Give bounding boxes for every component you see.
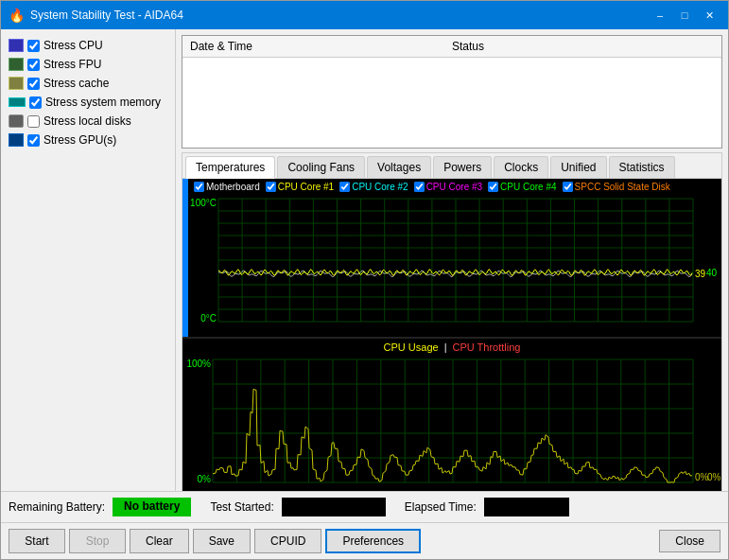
bottom-left-buttons: Start Stop Clear Save CPUID Preferences: [9, 529, 421, 553]
log-area: Date & Time Status: [182, 35, 722, 149]
tab-clocks[interactable]: Clocks: [494, 156, 548, 178]
legend-spcc-label: SPCC Solid State Disk: [575, 182, 670, 192]
save-button[interactable]: Save: [193, 529, 251, 553]
test-started-label: Test Started:: [210, 500, 273, 514]
legend-cpu-core-2-check[interactable]: [339, 182, 350, 192]
legend-cpu-core-1-check[interactable]: [266, 182, 276, 192]
charts-panel: Motherboard CPU Core #1 CPU Core #2: [182, 179, 721, 491]
stress-cache-checkbox[interactable]: [27, 78, 40, 90]
stop-button[interactable]: Stop: [69, 529, 126, 553]
tab-voltages[interactable]: Voltages: [367, 156, 431, 178]
status-bar: Remaining Battery: No battery Test Start…: [1, 491, 728, 522]
cpu-usage-label: CPU Usage: [384, 341, 439, 353]
clear-button[interactable]: Clear: [130, 529, 189, 553]
test-started-value: [282, 498, 386, 516]
legend-motherboard-label: Motherboard: [206, 182, 260, 192]
temp-legend-row: Motherboard CPU Core #1 CPU Core #2: [188, 179, 721, 195]
tab-cooling-fans[interactable]: Cooling Fans: [277, 156, 365, 178]
main-window: 🔥 System Stability Test - AIDA64 – □ ✕ S…: [0, 0, 729, 560]
stress-gpu-checkbox[interactable]: [27, 134, 40, 147]
stress-cache-label: Stress cache: [43, 77, 109, 90]
tab-unified[interactable]: Unified: [550, 156, 606, 178]
legend-motherboard: Motherboard: [194, 182, 260, 192]
log-header: Date & Time Status: [182, 36, 721, 58]
preferences-button[interactable]: Preferences: [325, 529, 421, 553]
disk-icon: [9, 114, 24, 128]
title-bar-left: 🔥 System Stability Test - AIDA64: [9, 8, 183, 23]
stress-memory-checkbox[interactable]: [29, 96, 42, 109]
stress-memory-item[interactable]: Stress system memory: [9, 94, 167, 111]
log-col-datetime: Date & Time: [190, 40, 452, 53]
close-button[interactable]: Close: [659, 530, 720, 552]
fpu-icon: [9, 58, 24, 71]
start-button[interactable]: Start: [9, 529, 65, 553]
cpu-legend-row: CPU Usage | CPU Throttling: [182, 339, 721, 356]
tab-bar: Temperatures Cooling Fans Voltages Power…: [182, 153, 721, 179]
stress-disk-checkbox[interactable]: [27, 115, 40, 128]
legend-cpu-core-4-label: CPU Core #4: [500, 182, 556, 192]
right-panel: Date & Time Status Temperatures Cooling …: [176, 29, 728, 491]
bottom-bar: Start Stop Clear Save CPUID Preferences …: [1, 522, 728, 559]
legend-cpu-core-4-check[interactable]: [488, 182, 498, 192]
temp-chart-section: Motherboard CPU Core #1 CPU Core #2: [182, 179, 721, 337]
remaining-battery-label: Remaining Battery:: [9, 500, 105, 514]
tab-powers[interactable]: Powers: [433, 156, 492, 178]
minimize-button[interactable]: –: [649, 6, 671, 25]
main-content: Stress CPU Stress FPU Stress cache Stres…: [1, 29, 728, 491]
title-bar-controls: – □ ✕: [649, 6, 720, 25]
temp-chart-canvas: [188, 195, 721, 337]
tab-temperatures[interactable]: Temperatures: [185, 156, 275, 179]
cpu-throttling-label: CPU Throttling: [453, 341, 521, 353]
stress-fpu-checkbox[interactable]: [27, 59, 40, 71]
elapsed-time-label: Elapsed Time:: [405, 500, 477, 514]
legend-cpu-core-1-label: CPU Core #1: [278, 182, 334, 192]
temp-chart-canvas-area: [188, 195, 721, 337]
cpu-separator: |: [444, 341, 447, 353]
cache-icon: [9, 77, 24, 90]
cpu-chart-canvas: [182, 356, 721, 491]
stress-disk-item[interactable]: Stress local disks: [9, 113, 167, 130]
cpu-chart-canvas-area: [182, 356, 721, 491]
legend-cpu-core-3-check[interactable]: [414, 182, 425, 192]
stress-options-panel: Stress CPU Stress FPU Stress cache Stres…: [1, 29, 176, 491]
stress-disk-label: Stress local disks: [43, 114, 131, 128]
title-bar: 🔥 System Stability Test - AIDA64 – □ ✕: [1, 1, 728, 29]
legend-motherboard-check[interactable]: [194, 182, 204, 192]
ram-icon: [9, 97, 26, 107]
stress-cpu-label: Stress CPU: [43, 39, 103, 52]
legend-cpu-core-3-label: CPU Core #3: [426, 182, 482, 192]
legend-spcc-check[interactable]: [563, 182, 573, 192]
stress-gpu-label: Stress GPU(s): [43, 133, 116, 147]
stress-gpu-item[interactable]: Stress GPU(s): [9, 131, 167, 149]
cpu-icon: [9, 39, 24, 52]
window-title: System Stability Test - AIDA64: [30, 9, 183, 22]
close-window-button[interactable]: ✕: [698, 6, 720, 25]
maximize-button[interactable]: □: [673, 6, 696, 25]
elapsed-time-value: [484, 498, 569, 516]
stress-cpu-item[interactable]: Stress CPU: [9, 37, 167, 54]
stress-fpu-label: Stress FPU: [43, 58, 101, 71]
stress-fpu-item[interactable]: Stress FPU: [9, 56, 167, 73]
gpu-icon: [9, 133, 24, 147]
legend-cpu-core-2-label: CPU Core #2: [352, 182, 408, 192]
cpuid-button[interactable]: CPUID: [254, 529, 321, 553]
temp-chart-inner: Motherboard CPU Core #1 CPU Core #2: [188, 179, 721, 337]
tabs-container: Temperatures Cooling Fans Voltages Power…: [182, 152, 722, 491]
log-col-status: Status: [452, 40, 714, 53]
stress-cache-item[interactable]: Stress cache: [9, 75, 167, 92]
legend-cpu-core-3: CPU Core #3: [414, 182, 482, 192]
legend-spcc-ssd: SPCC Solid State Disk: [563, 182, 670, 192]
tab-statistics[interactable]: Statistics: [609, 156, 675, 178]
log-body: [182, 58, 721, 148]
legend-cpu-core-4: CPU Core #4: [488, 182, 556, 192]
remaining-battery-value: No battery: [113, 498, 191, 516]
legend-cpu-core-1: CPU Core #1: [266, 182, 334, 192]
stress-cpu-checkbox[interactable]: [27, 40, 40, 52]
stress-memory-label: Stress system memory: [45, 96, 161, 109]
app-icon: 🔥: [9, 8, 25, 23]
legend-cpu-core-2: CPU Core #2: [339, 182, 408, 192]
cpu-chart-section: CPU Usage | CPU Throttling: [182, 337, 721, 491]
